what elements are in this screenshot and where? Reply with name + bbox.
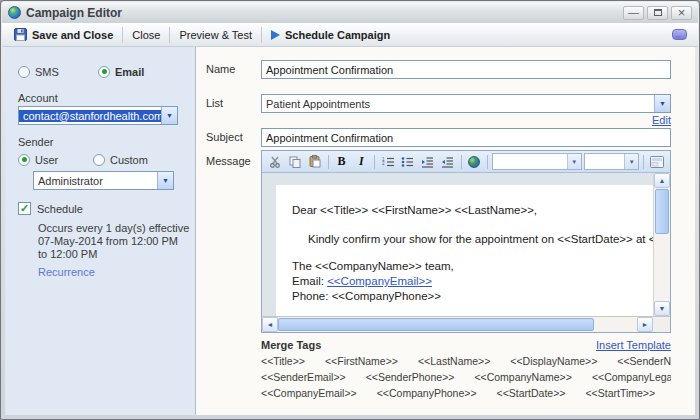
content-area: SMS Email Account contact@stanfordhealth… <box>5 47 695 415</box>
numbered-list-icon[interactable]: 12 <box>379 153 397 170</box>
merge-tag[interactable]: <<Title>> <box>261 355 305 367</box>
dropdown-arrow-icon[interactable]: ▼ <box>567 154 581 169</box>
vertical-scrollbar[interactable]: ▲ ▼ <box>653 173 670 316</box>
scroll-down-icon[interactable]: ▼ <box>654 301 670 316</box>
account-label: Account <box>18 92 195 104</box>
merge-tag-row: <<SenderEmail>><<SenderPhone>><<CompanyN… <box>261 371 671 383</box>
vertical-scroll-thumb[interactable] <box>655 189 669 234</box>
sms-label: SMS <box>35 66 59 78</box>
preview-test-button[interactable]: Preview & Test <box>172 25 259 45</box>
horizontal-scroll-thumb[interactable] <box>278 318 594 331</box>
close-label: Close <box>132 29 160 41</box>
name-input[interactable] <box>261 60 671 79</box>
user-label: User <box>35 154 58 166</box>
bullet-list-icon[interactable] <box>399 153 417 170</box>
main-toolbar: Save and Close Close Preview & Test Sche… <box>2 23 698 47</box>
horizontal-scrollbar[interactable]: ◄ ► <box>262 317 653 332</box>
scroll-right-icon[interactable]: ► <box>637 317 653 332</box>
merge-tags-section: Merge Tags Insert Template <<Title>><<Fi… <box>261 339 671 399</box>
edit-list-link[interactable]: Edit <box>652 114 671 126</box>
editor-toolbar: B I 12 <box>262 151 670 173</box>
editor-toolbar-separator <box>461 155 462 169</box>
merge-tag[interactable]: <<DisplayName>> <box>510 355 597 367</box>
save-and-close-button[interactable]: Save and Close <box>7 25 120 45</box>
merge-tag[interactable]: <<StartDate>> <box>497 387 566 399</box>
schedule-checkbox[interactable]: ✓ <box>18 202 31 215</box>
merge-tag[interactable]: <<StartTime>> <box>585 387 655 399</box>
merge-tag[interactable]: <<CompanyName>> <box>474 371 571 383</box>
email-radio[interactable]: Email <box>98 66 144 78</box>
account-value: contact@stanfordhealth.com <box>19 110 161 122</box>
email-radio-circle[interactable] <box>98 66 110 78</box>
merge-tag[interactable]: <<LastName>> <box>418 355 490 367</box>
horizontal-scroll-track[interactable] <box>278 317 637 332</box>
list-value: Patient Appointments <box>262 98 654 110</box>
toolbar-separator <box>261 27 262 43</box>
sender-dropdown[interactable]: Administrator ▼ <box>33 171 174 190</box>
merge-tag[interactable]: <<SenderName>> <box>617 355 671 367</box>
decrease-indent-icon[interactable] <box>439 153 457 170</box>
toolbar-separator <box>169 27 170 43</box>
company-email-link[interactable]: <<CompanyEmail>> <box>327 275 432 287</box>
user-radio-circle[interactable] <box>18 154 30 166</box>
campaign-editor-window: Campaign Editor — × Save and Close Close… <box>0 0 700 420</box>
merge-tag-row: <<Title>><<FirstName>><<LastName>><<Disp… <box>261 355 671 367</box>
scroll-left-icon[interactable]: ◄ <box>262 317 278 332</box>
recurrence-link[interactable]: Recurrence <box>38 266 195 278</box>
maximize-icon <box>654 9 662 16</box>
maximize-button[interactable] <box>647 6 668 20</box>
italic-icon[interactable]: I <box>352 153 370 170</box>
name-label: Name <box>206 60 261 79</box>
custom-radio-circle[interactable] <box>93 154 105 166</box>
schedule-checkbox-row[interactable]: ✓ Schedule <box>18 202 195 215</box>
bold-icon[interactable]: B <box>333 153 351 170</box>
font-name-combo[interactable]: ▼ <box>492 153 581 170</box>
close-button[interactable]: Close <box>125 25 167 45</box>
feedback-bubble-icon[interactable] <box>672 29 687 40</box>
custom-radio[interactable]: Custom <box>93 154 148 166</box>
font-size-combo[interactable]: ▼ <box>584 153 640 170</box>
hyperlink-globe-icon[interactable] <box>466 153 484 170</box>
save-and-close-label: Save and Close <box>32 29 113 41</box>
dropdown-arrow-icon[interactable]: ▼ <box>157 172 173 189</box>
paste-icon[interactable] <box>306 153 324 170</box>
merge-tag[interactable]: <<CompanyLegalName>> <box>592 371 671 383</box>
scroll-up-icon[interactable]: ▲ <box>654 173 670 188</box>
merge-tag[interactable]: <<FirstName>> <box>325 355 398 367</box>
dropdown-arrow-icon[interactable]: ▼ <box>161 107 177 124</box>
insert-template-link[interactable]: Insert Template <box>596 339 671 351</box>
vertical-scroll-track[interactable] <box>654 188 670 301</box>
play-icon <box>271 30 280 40</box>
merge-tag[interactable]: <<SenderEmail>> <box>261 371 346 383</box>
minimize-button[interactable]: — <box>623 6 644 20</box>
merge-tag[interactable]: <<CompanyEmail>> <box>261 387 357 399</box>
dropdown-arrow-icon[interactable]: ▼ <box>624 154 638 169</box>
save-icon <box>14 28 27 41</box>
message-label: Message <box>206 150 261 333</box>
schedule-label: Schedule <box>37 203 83 215</box>
increase-indent-icon[interactable] <box>419 153 437 170</box>
sms-radio-circle[interactable] <box>18 66 30 78</box>
message-editor: B I 12 <box>261 150 671 333</box>
message-line-email: Email: <<CompanyEmail>> <box>292 274 670 289</box>
schedule-campaign-button[interactable]: Schedule Campaign <box>264 25 397 45</box>
insert-image-icon[interactable] <box>648 153 666 170</box>
message-line-body: Kindly confirm your show for the appoint… <box>292 232 670 247</box>
horizontal-scrollbar-row: ◄ ► <box>262 316 670 332</box>
user-radio[interactable]: User <box>18 154 93 166</box>
merge-tag[interactable]: <<SenderPhone>> <box>366 371 455 383</box>
email-prefix: Email: <box>292 275 327 287</box>
subject-input[interactable] <box>261 128 671 147</box>
cut-icon[interactable] <box>266 153 284 170</box>
message-body[interactable]: Dear <<Title>> <<FirstName>> <<LastName>… <box>276 185 670 316</box>
message-line-signoff: The <<CompanyName>> team, <box>292 259 670 274</box>
toolbar-separator <box>122 27 123 43</box>
account-dropdown[interactable]: contact@stanfordhealth.com ▼ <box>18 106 178 125</box>
close-window-button[interactable]: × <box>671 6 692 20</box>
list-dropdown[interactable]: Patient Appointments ▼ <box>261 94 671 113</box>
sms-radio[interactable]: SMS <box>18 66 98 78</box>
dropdown-arrow-icon[interactable]: ▼ <box>654 95 670 112</box>
window-title: Campaign Editor <box>26 6 122 20</box>
merge-tag[interactable]: <<CompanyPhone>> <box>377 387 477 399</box>
copy-icon[interactable] <box>286 153 304 170</box>
